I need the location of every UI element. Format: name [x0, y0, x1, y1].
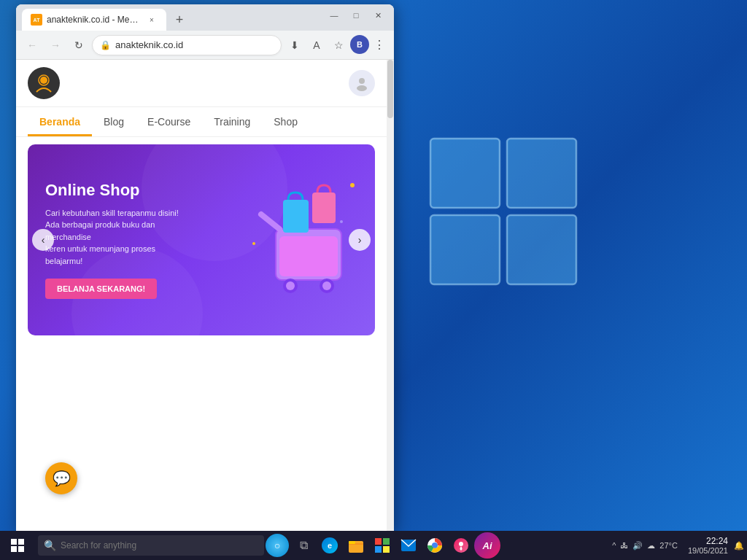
site-nav: Beranda Blog E-Course Training Shop	[16, 107, 387, 137]
nav-training[interactable]: Training	[202, 107, 262, 136]
clock-date: 19/05/2021	[688, 546, 728, 555]
reload-button[interactable]: ↻	[69, 35, 89, 55]
svg-text:AT: AT	[34, 18, 41, 23]
svg-rect-28	[383, 538, 390, 545]
content-area	[16, 343, 387, 474]
minimize-button[interactable]: —	[324, 8, 344, 23]
logo-image	[28, 67, 60, 99]
chrome-icon	[427, 537, 443, 553]
taskbar-paint-button[interactable]	[448, 531, 474, 560]
bookmark-button[interactable]: ☆	[328, 35, 349, 55]
taskbar-clock[interactable]: 22:24 19/05/2021	[682, 536, 734, 555]
profile-button[interactable]: B	[350, 35, 369, 54]
browser-window: AT anakteknik.co.id - Media Terbesa... ×…	[16, 4, 394, 532]
tab-close-button[interactable]: ×	[146, 14, 158, 26]
browser-titlebar: AT anakteknik.co.id - Media Terbesa... ×…	[16, 4, 394, 31]
svg-rect-2	[430, 215, 500, 284]
svg-rect-3	[507, 215, 576, 284]
lock-icon: 🔒	[100, 40, 111, 50]
svg-point-9	[357, 85, 367, 91]
store-icon	[374, 537, 390, 553]
menu-button[interactable]: ⋮	[371, 35, 388, 55]
svg-rect-27	[375, 538, 382, 545]
search-input[interactable]	[61, 540, 258, 551]
nav-ecourse[interactable]: E-Course	[136, 107, 202, 136]
svg-rect-29	[375, 546, 382, 553]
scrollbar[interactable]	[387, 60, 394, 532]
site-content: Beranda Blog E-Course Training Shop ‹ On…	[16, 60, 394, 532]
nav-shop[interactable]: Shop	[262, 107, 309, 136]
download-button[interactable]: ⬇	[285, 35, 305, 55]
tab-favicon: AT	[31, 14, 42, 26]
carousel-prev-button[interactable]: ‹	[32, 229, 54, 251]
toolbar-actions: ⬇ A ☆ B ⋮	[285, 35, 388, 55]
address-bar[interactable]: 🔒	[92, 35, 282, 55]
hero-cta-button[interactable]: BELANJA SEKARANG!	[45, 279, 157, 299]
taskview-button[interactable]: ⧉	[290, 531, 317, 560]
taskbar-right: ^ 🖧 🔊 ☁ 27°C 22:24 19/05/2021 🔔	[608, 536, 747, 555]
browser-toolbar: ← → ↻ 🔒 ⬇ A ☆ B ⋮	[16, 31, 394, 60]
translate-button[interactable]: A	[306, 35, 327, 55]
taskview-icon: ⧉	[295, 537, 311, 553]
svg-rect-23	[11, 546, 17, 552]
notification-button[interactable]: 🔔	[734, 541, 744, 551]
carousel-next-button[interactable]: ›	[349, 229, 371, 251]
ai-button[interactable]: Ai	[474, 531, 500, 560]
hero-banner: ‹ Online Shop Cari kebutuhan skill terap…	[28, 144, 375, 335]
svg-rect-0	[430, 139, 500, 208]
svg-point-6	[40, 77, 47, 84]
user-avatar[interactable]	[349, 70, 375, 96]
taskbar-edge-button[interactable]: e	[317, 531, 343, 560]
hero-description: Cari kebutuhan skill terapanmu disini! A…	[45, 207, 191, 268]
paint-icon	[453, 537, 469, 553]
cortana-button[interactable]: ○	[264, 531, 290, 560]
weather-icon[interactable]: ☁	[647, 541, 655, 551]
search-icon: 🔍	[44, 540, 56, 551]
site-header	[16, 60, 387, 107]
cortana-icon: ○	[266, 534, 289, 557]
ai-icon: Ai	[474, 532, 500, 559]
tab-title: anakteknik.co.id - Media Terbesa...	[47, 15, 142, 25]
hero-content: Online Shop Cari kebutuhan skill terapan…	[28, 163, 375, 317]
svg-point-8	[359, 78, 365, 84]
forward-button[interactable]: →	[45, 35, 66, 55]
svg-rect-1	[507, 139, 576, 208]
address-input[interactable]	[115, 39, 274, 50]
systray-chevron[interactable]: ^	[612, 541, 616, 550]
hero-title: Online Shop	[45, 181, 357, 200]
maximize-button[interactable]: □	[346, 8, 366, 23]
taskbar: 🔍 ○ ⧉ e	[0, 531, 747, 560]
systray-network[interactable]: 🖧	[620, 541, 628, 550]
chat-bubble-button[interactable]: 💬	[45, 462, 77, 494]
desktop: AT anakteknik.co.id - Media Terbesa... ×…	[0, 0, 747, 560]
nav-beranda[interactable]: Beranda	[28, 107, 92, 136]
svg-rect-22	[18, 539, 24, 545]
scrollbar-thumb[interactable]	[387, 60, 393, 118]
start-button[interactable]	[0, 531, 35, 560]
site-logo	[28, 67, 60, 99]
taskbar-chrome-button[interactable]	[422, 531, 448, 560]
systray: ^ 🖧 🔊 ☁ 27°C	[608, 541, 682, 551]
close-button[interactable]: ✕	[368, 8, 388, 23]
svg-rect-26	[349, 541, 355, 544]
svg-point-35	[459, 542, 463, 546]
temperature-label: 27°C	[659, 541, 678, 550]
back-button[interactable]: ←	[22, 35, 42, 55]
taskbar-store-button[interactable]	[369, 531, 395, 560]
systray-volume[interactable]: 🔊	[632, 541, 643, 551]
window-controls: — □ ✕	[324, 8, 388, 23]
svg-rect-24	[18, 546, 24, 552]
edge-icon: e	[322, 537, 338, 553]
svg-rect-30	[383, 546, 390, 553]
explorer-icon	[348, 537, 364, 553]
mail-icon	[400, 537, 417, 553]
nav-blog[interactable]: Blog	[92, 107, 136, 136]
taskbar-search[interactable]: 🔍	[38, 535, 264, 556]
new-tab-button[interactable]: +	[169, 9, 190, 30]
browser-content: Beranda Blog E-Course Training Shop ‹ On…	[16, 60, 394, 532]
svg-rect-21	[11, 539, 17, 545]
browser-tab[interactable]: AT anakteknik.co.id - Media Terbesa... ×	[22, 9, 166, 31]
taskbar-mail-button[interactable]	[395, 531, 422, 560]
clock-time: 22:24	[706, 536, 728, 546]
taskbar-explorer-button[interactable]	[343, 531, 369, 560]
